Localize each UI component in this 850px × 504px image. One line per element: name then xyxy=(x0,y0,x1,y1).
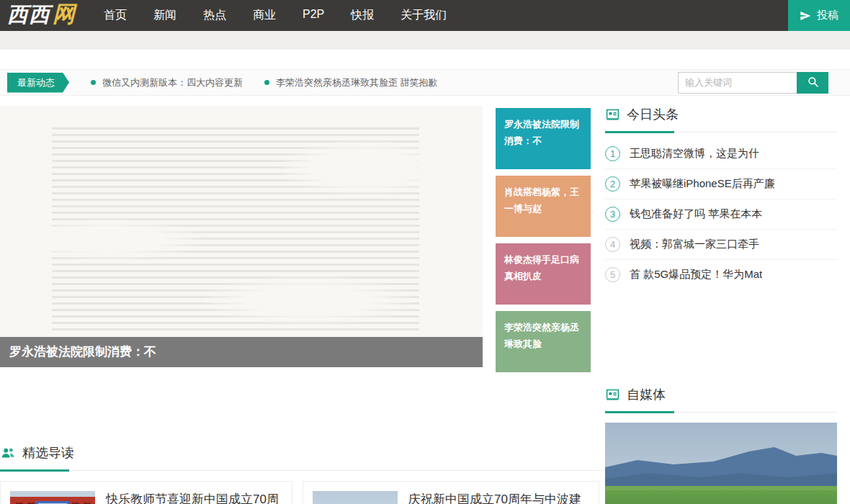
logo-text-xixi: 西西 xyxy=(7,2,50,27)
article-title: 快乐教师节喜迎新中国成立70周年 xyxy=(106,491,282,504)
featured-article[interactable]: 快乐教师节喜迎新中国成立70周年 为庆祝第35个教师节暨新中国成立70周年… xyxy=(0,481,292,504)
article-body: 庆祝新中国成立70周年与中波建交70周年音乐会在华沙举行 xyxy=(408,491,589,504)
nav-item-news[interactable]: 新闻 xyxy=(153,8,176,23)
section-underline xyxy=(0,469,599,472)
header-subband xyxy=(0,31,850,50)
todays-headlines-section: 今日头条 1 王思聪清空微博，这是为什 2 苹果被曝继iPhoneSE后再产廉 … xyxy=(605,106,837,289)
headline-item[interactable]: 2 苹果被曝继iPhoneSE后再产廉 xyxy=(605,169,837,199)
section-underline xyxy=(605,131,837,133)
article-thumbnail-mountains xyxy=(313,491,398,504)
top-nav: 西西网 首页 新闻 热点 商业 P2P 快报 关于我们 投稿 xyxy=(0,0,850,31)
story-card[interactable]: 林俊杰得手足口病真相扒皮 xyxy=(496,243,591,305)
headline-text: 视频：郭富城一家三口牵手 xyxy=(630,238,759,251)
nav-item-home[interactable]: 首页 xyxy=(104,8,127,23)
featured-article-row: 快乐教师节喜迎新中国成立70周年 为庆祝第35个教师节暨新中国成立70周年… xyxy=(0,481,599,504)
search-icon xyxy=(807,76,819,90)
section-title: 今日头条 xyxy=(627,106,679,123)
section-title: 自媒体 xyxy=(627,386,666,403)
section-header: 今日头条 xyxy=(605,106,837,123)
people-group-icon xyxy=(0,445,16,461)
hero-caption: 罗永浩被法院限制消费：不 xyxy=(0,337,483,367)
ticker-item-text: 李荣浩突然亲杨丞琳致其脸歪 甜笑抱歉 xyxy=(276,76,438,89)
rank-badge: 3 xyxy=(605,207,620,222)
section-underline xyxy=(605,411,837,413)
paper-plane-icon xyxy=(800,10,811,22)
wemedia-cover-image[interactable] xyxy=(605,423,837,504)
nav-item-about[interactable]: 关于我们 xyxy=(401,8,447,23)
headline-item[interactable]: 5 首 款5G爆品预定！华为Mat xyxy=(605,260,837,289)
headline-text: 苹果被曝继iPhoneSE后再产廉 xyxy=(630,177,775,191)
story-card[interactable]: 罗永浩被法院限制消费：不 xyxy=(496,108,591,169)
story-card[interactable]: 肖战搭档杨紫，王一博与赵 xyxy=(496,176,591,237)
rank-badge: 5 xyxy=(605,267,620,282)
search-input[interactable] xyxy=(678,72,797,94)
search-button[interactable] xyxy=(797,72,828,94)
bullet-dot-icon xyxy=(91,80,96,85)
news-ticker-bar: 最新动态 微信又内测新版本：四大内容更新 李荣浩突然亲杨丞琳致其脸歪 甜笑抱歉 xyxy=(0,69,850,96)
headline-item[interactable]: 1 王思聪清空微博，这是为什 xyxy=(605,139,837,169)
featured-article[interactable]: 庆祝新中国成立70周年与中波建交70周年音乐会在华沙举行 xyxy=(303,481,599,504)
nav-item-p2p[interactable]: P2P xyxy=(303,8,324,23)
rank-badge: 1 xyxy=(605,146,620,161)
article-title: 庆祝新中国成立70周年与中波建交70周年音乐会在华沙举行 xyxy=(408,491,589,504)
submit-post-button[interactable]: 投稿 xyxy=(788,0,850,31)
headline-list: 1 王思聪清空微博，这是为什 2 苹果被曝继iPhoneSE后再产廉 3 钱包准… xyxy=(605,139,837,289)
hero-story[interactable]: 罗永浩被法院限制消费：不 xyxy=(0,106,483,367)
site-logo[interactable]: 西西网 xyxy=(0,0,88,33)
nav-item-express[interactable]: 快报 xyxy=(351,8,374,23)
headline-item[interactable]: 4 视频：郭富城一家三口牵手 xyxy=(605,230,837,260)
headline-text: 王思聪清空微博，这是为什 xyxy=(630,147,759,161)
ticker-item[interactable]: 李荣浩突然亲杨丞琳致其脸歪 甜笑抱歉 xyxy=(264,76,438,89)
bullet-dot-icon xyxy=(264,80,269,85)
featured-reads-section: 精选导读 xyxy=(0,444,599,504)
article-thumbnail-building xyxy=(10,491,95,504)
ticker-item-text: 微信又内测新版本：四大内容更新 xyxy=(102,76,243,89)
headline-text: 钱包准备好了吗 苹果在本本 xyxy=(630,207,762,221)
section-title: 精选导读 xyxy=(22,444,74,462)
story-card[interactable]: 李荣浩突然亲杨丞琳致其脸 xyxy=(496,311,591,372)
nav-item-business[interactable]: 商业 xyxy=(253,8,276,23)
rank-badge: 2 xyxy=(605,176,620,192)
newspaper-icon xyxy=(605,107,620,122)
nav-item-hot[interactable]: 热点 xyxy=(203,8,226,23)
section-header: 自媒体 xyxy=(605,386,837,403)
latest-news-badge: 最新动态 xyxy=(7,73,69,93)
story-card-column: 罗永浩被法院限制消费：不 肖战搭档杨紫，王一博与赵 林俊杰得手足口病真相扒皮 李… xyxy=(496,108,591,372)
rank-badge: 4 xyxy=(605,237,620,252)
main-menu: 首页 新闻 热点 商业 P2P 快报 关于我们 xyxy=(104,8,447,23)
section-header: 精选导读 xyxy=(0,444,599,462)
hero-image xyxy=(52,127,419,331)
page: 西西网 首页 新闻 热点 商业 P2P 快报 关于我们 投稿 最新动态 微信又内… xyxy=(0,0,850,504)
headline-text: 首 款5G爆品预定！华为Mat xyxy=(630,268,762,282)
wemedia-section: 自媒体 xyxy=(605,386,837,504)
logo-text-wang: 网 xyxy=(53,1,75,27)
headline-item[interactable]: 3 钱包准备好了吗 苹果在本本 xyxy=(605,199,837,230)
ticker-item[interactable]: 微信又内测新版本：四大内容更新 xyxy=(91,76,243,89)
newspaper-icon xyxy=(605,387,620,402)
submit-post-label: 投稿 xyxy=(817,9,838,22)
search-box xyxy=(678,72,828,94)
article-body: 快乐教师节喜迎新中国成立70周年 为庆祝第35个教师节暨新中国成立70周年… xyxy=(106,491,282,504)
